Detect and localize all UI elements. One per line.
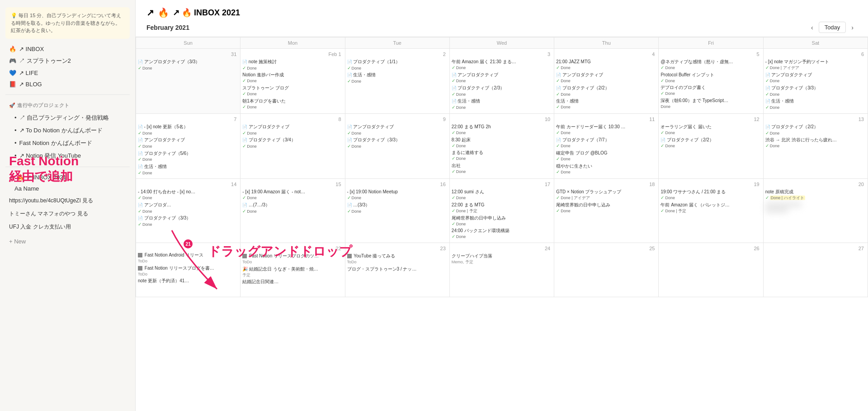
event[interactable]: 午前 カードリーダー届く 10:30 … ✓Done [556, 124, 656, 136]
event[interactable]: 尾崎世界観の日中申し込み ✓Done [452, 215, 552, 227]
event[interactable]: 8:30 起床 ✓Done [452, 137, 552, 149]
event[interactable]: プロダクティブ（3/3） ✓Done [347, 137, 448, 149]
event[interactable]: プロダクティブ（3/3） ✓Done [138, 215, 238, 227]
event[interactable]: 朝1本ブログを書いた ✓Done [242, 98, 343, 110]
day-cell-feb19[interactable]: 19 19:00 ワサナつさん / 21:00 まる ✓Done 午前 Amaz… [659, 179, 763, 243]
event[interactable]: note 原稿完成 ✓Done | ハイライト [765, 189, 866, 201]
event-blog-splatoon[interactable]: ブログ・スプラトゥーン3 / ナッ… [347, 266, 448, 272]
event[interactable]: - [x] note 更新（5名） ✓Done [138, 124, 238, 136]
day-cell-feb7[interactable]: 7 - [x] note 更新（5名） ✓Done アンプロダクティブ ✓Don… [136, 114, 241, 179]
event[interactable]: アンプロダクティブ ✓Done [765, 72, 866, 84]
new-button[interactable]: + New [5, 236, 130, 247]
day-cell-feb26[interactable]: 26 [659, 243, 763, 297]
day-cell-feb20[interactable]: 20 note 原稿完成 ✓Done | ハイライト [764, 179, 868, 243]
event-creephyp[interactable]: クリープハイプ当落 Memo, 予定 [452, 253, 552, 265]
event-wedding[interactable]: 🎉 結婚記念日 うなぎ・美術館・焼… 予定 [242, 266, 343, 278]
sidebar-item-notion-youtube[interactable]: • ↗ Notion 発信 YouTube [5, 150, 130, 161]
event[interactable]: デプロイのブログ書く ✓Done [660, 84, 761, 97]
event[interactable]: GTD × Notion ブラッシュアップ ✓Done | アイデア [556, 189, 656, 201]
event[interactable]: 確定申告 ブログ @BLOG ✓Done [556, 150, 656, 162]
sidebar-item-name[interactable]: Aa Name [5, 184, 130, 193]
event[interactable]: アンプロダクティブ ✓Done [138, 137, 238, 149]
sidebar-item-splatoon[interactable]: 🎮 ↗ スプラトゥーン2 [5, 56, 130, 66]
sidebar-item-todo-notion[interactable]: • ↗ To Do Notion かんばんボード [5, 125, 130, 136]
day-cell-feb16[interactable]: 16 - [x] 19:00 Notion Meetup ✓Done …(3/3… [345, 179, 450, 243]
event[interactable]: アンプロダクティブ（3/3） ✓Done [138, 59, 238, 71]
event[interactable]: 午前 Amazon 届く 21:30 まる… ✓Done [452, 59, 552, 71]
day-cell-feb10[interactable]: 10 22:00 まる MTG 2h ✓Done 8:30 起床 ✓Done ま… [450, 114, 554, 179]
event[interactable]: - 14:00 打ち合わせ - [x] no… ✓Done [138, 189, 238, 201]
day-cell-feb17[interactable]: 17 12:00 sumi さん ✓Done 22:00 まる MTG ✓Don… [450, 179, 554, 243]
next-month-button[interactable]: › [848, 22, 857, 33]
event[interactable]: - [x] 19:00 Notion Meetup ✓Done [347, 189, 448, 201]
event[interactable]: プロダクティブ（7/7） ✓Done [556, 137, 656, 149]
event-fast-notion-blog-twitter[interactable]: Fast Notion リリースブログのツ… ToDo [242, 253, 343, 265]
event[interactable]: note 施策検討 ✓Done [242, 59, 343, 71]
day-cell-feb27[interactable]: 27 [764, 243, 868, 297]
sidebar-item-inbox[interactable]: 🔥 ↗ INBOX [5, 44, 130, 54]
sidebar-item-life[interactable]: 💙 ↗ LIFE [5, 68, 130, 78]
event[interactable]: 出社 ✓Done [452, 163, 552, 175]
day-cell-feb9[interactable]: 9 アンプロダクティブ ✓Done プロダクティブ（3/3） ✓Done [345, 114, 450, 179]
event[interactable]: 生活・感情 ✓Done [765, 98, 866, 110]
event[interactable]: 22:00 まる MTG ✓Done | 予定 [452, 202, 552, 214]
event[interactable]: まるに連絡する ✓Done [452, 149, 552, 162]
event[interactable]: アンプロダクティブ ✓Done [347, 124, 448, 136]
event[interactable]: …(7…/3） ✓Done [242, 202, 343, 214]
sidebar-item-fast-notion[interactable]: • Fast Notion かんばんボード [5, 138, 130, 149]
day-cell-feb25[interactable]: 25 [554, 243, 659, 297]
event[interactable]: 生活・感情 ✓Done [452, 98, 552, 110]
event[interactable]: アンプロダクティブ ✓Done [452, 72, 552, 84]
sidebar-list-youtube[interactable]: https://youtu.be/4c8UQtUgeZI 見る [5, 195, 130, 206]
day-cell-feb2[interactable]: 2 プロダクティブ（1/1） ✓Done 生活・感情 ✓Done [345, 49, 450, 114]
event[interactable]: スプラトゥーン ブログ ✓Done [242, 85, 343, 97]
event[interactable]: プロダクティブ（1/1） ✓Done [347, 59, 448, 71]
event[interactable]: プロダクティブ（2/3） ✓Done [452, 85, 552, 97]
day-cell-feb11[interactable]: 11 午前 カードリーダー届く 10:30 … ✓Done プロダクティブ（7/… [554, 114, 659, 179]
event[interactable]: アンプロダクティブ ✓Done [556, 72, 656, 84]
event-wedding2[interactable]: 結婚記念日関連… [242, 279, 343, 285]
event[interactable]: 生活・感情 ✓Done [138, 163, 238, 176]
day-cell-feb12[interactable]: 12 オーラリング届く 届いた ✓Done プロダクティブ（2/2） ✓Done [659, 114, 763, 179]
prev-month-button[interactable]: ‹ [807, 22, 817, 33]
event[interactable]: …(3/3） ✓Done [347, 202, 448, 214]
event-fast-notion-android[interactable]: Fast Notion Android リリース ToDo [138, 252, 238, 264]
day-cell-feb13[interactable]: 13 プロダクティブ（2/2） ✓Done 渋谷 → 北沢 渋谷に行ったら疲れ…… [764, 114, 868, 179]
event[interactable]: 19:00 ワサナつさん / 21:00 まる ✓Done [660, 189, 761, 201]
event[interactable]: オーラリング届く 届いた ✓Done [660, 124, 761, 136]
event[interactable]: Protocol Buffer インプット ✓Done [660, 72, 761, 84]
day-cell-feb3[interactable]: 3 午前 Amazon 届く 21:30 まる… ✓Done アンプロダクティブ… [450, 49, 554, 114]
day-cell-feb22[interactable]: 22 Fast Notion リリースブログのツ… ToDo 🎉 結婚記念日 う… [241, 243, 345, 297]
event[interactable]: プロダクティブ（2/2） ✓Done [765, 124, 866, 136]
event-fast-notion-blog[interactable]: Fast Notion リリースブログを書… ToDo [138, 265, 238, 277]
event[interactable]: プロダクティブ（5/6） ✓Done [138, 150, 238, 163]
day-cell-feb21[interactable]: 21 Fast Notion Android リリース ToDo Fast No… [136, 243, 241, 297]
day-cell-feb6[interactable]: 6 - [x] note マガジン予約ツイート ✓Done | アイデア アンプ… [764, 49, 868, 114]
day-cell-feb4[interactable]: 4 21:00 JAZZ MTG ✓Done アンプロダクティブ ✓Done プ… [554, 49, 659, 114]
event[interactable]: 24:00 バックエンド環境構築 ✓Done [452, 228, 552, 240]
event[interactable]: 深夜（朝6:00）まで TypeScript… Done [660, 98, 761, 110]
event[interactable]: - [x] note マガジン予約ツイート ✓Done | アイデア [765, 59, 866, 71]
day-cell-feb14[interactable]: 14 - 14:00 打ち合わせ - [x] no… ✓Done アンプロダ… … [136, 179, 241, 243]
day-cell-feb15[interactable]: 15 - [x] 19:00 Amazon 届く - not… ✓Done …(… [241, 179, 345, 243]
day-cell-feb24[interactable]: 24 クリープハイプ当落 Memo, 予定 [450, 243, 554, 297]
event[interactable]: @ネガティブな感情（怒り・虚無… ✓Done [660, 59, 761, 71]
day-cell-feb1[interactable]: Feb 1 note 施策検討 ✓Done Notion 進捗バー作成 ✓Don… [241, 49, 345, 114]
event[interactable]: プロダクティブ（2/2） ✓Done [660, 137, 761, 149]
event-note-yoyaku[interactable]: note 更新（予約済）41… [138, 278, 238, 284]
event[interactable]: 渋谷 → 北沢 渋谷に行ったら疲れ… ✓Done [765, 137, 866, 149]
sidebar-list-ufj[interactable]: UFJ 入金 クレカ支払い用 [5, 221, 130, 233]
sidebar-list-tomisan[interactable]: トミーさん マネフォのやつ 見る [5, 208, 130, 220]
event[interactable]: 21:00 JAZZ MTG ✓Done [556, 59, 656, 71]
event[interactable]: 生活・感情 ✓Done [556, 98, 656, 110]
event[interactable]: 穏やかに生きたい ✓Done [556, 163, 656, 175]
day-cell-feb23[interactable]: 23 YouTube 撮ってみる ToDo ブログ・スプラトゥーン3 / ナッ… [345, 243, 450, 297]
event[interactable]: 22:00 まる MTG 2h ✓Done [452, 124, 552, 136]
sidebar-item-blog[interactable]: 📕 ↗ BLOG [5, 79, 130, 89]
event[interactable]: プロダクティブ（3/4） ✓Done [242, 137, 343, 149]
today-button[interactable]: Today [819, 22, 846, 33]
event[interactable]: アンプロダ… ✓Done [138, 202, 238, 214]
event[interactable]: プロダクティブ（3/3） ✓Done [765, 85, 866, 97]
event[interactable]: 12:00 sumi さん ✓Done [452, 189, 552, 201]
event[interactable]: Notion 進捗バー作成 ✓Done [242, 72, 343, 84]
